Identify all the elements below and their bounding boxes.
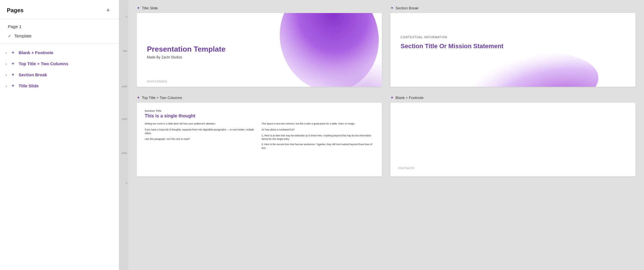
canvas-area: ✦ Title Slide	[128, 0, 644, 270]
ruler: 0 500 1000 1500 2000 0	[119, 0, 128, 270]
layout-item-section-break[interactable]: › ✦ Section Break	[0, 69, 119, 80]
slide-container-title: ✦ Title Slide	[137, 6, 382, 87]
expand-arrow-icon-4: ›	[6, 84, 7, 88]
slide-icon-twocol: ✦	[137, 95, 140, 100]
ruler-mark-2000: 2000	[121, 152, 127, 155]
expand-arrow-icon: ›	[6, 50, 7, 55]
slide-container-blank: ✦ Blank + Footnote FOOTNOTE	[390, 95, 635, 176]
drag-icon-section: ✦	[11, 72, 15, 77]
slide-container-section: ✦ Section Break	[390, 6, 635, 87]
title-slide-content: Presentation Template Made By Zacht Stud…	[137, 13, 382, 87]
slide-icon-title: ✦	[137, 6, 140, 10]
slide-label-blank: ✦ Blank + Footnote	[390, 95, 635, 100]
section-break-text: CONTEXTUAL INFORMATION Section Title Or …	[401, 22, 625, 50]
blank-footnote-content: FOOTNOTE	[390, 103, 635, 176]
sidebar-title: Pages	[7, 7, 24, 14]
check-icon: ✓	[8, 34, 11, 38]
slide-icon-section: ✦	[390, 6, 394, 10]
title-slide-title: Presentation Template	[147, 45, 372, 54]
section-break-card[interactable]: CONTEXTUAL INFORMATION Section Title Or …	[390, 13, 635, 87]
expand-arrow-icon-3: ›	[6, 73, 7, 77]
numbered-item-1: 1. Here is an item that may be extended …	[262, 134, 374, 141]
expand-arrow-icon-2: ›	[6, 62, 7, 66]
drag-icon-blank: ✦	[11, 50, 15, 55]
num-1: 1.	[262, 134, 264, 137]
ruler-mark-1000: 1000	[121, 85, 127, 88]
twocol-headline: This is a single thought	[145, 113, 374, 119]
twocol-section-label: Section Title	[145, 109, 374, 112]
twocol-col1-p2: If you have a long trail of thoughts, se…	[145, 128, 257, 135]
twocol-content: Section Title This is a single thought W…	[137, 103, 382, 176]
page1-label: Page 1	[8, 24, 22, 29]
slide-label-twocol: ✦ Top Title + Two Columns	[137, 95, 382, 100]
layout-item-title-slide[interactable]: › ✦ Title Slide	[0, 80, 119, 91]
ruler-mark-0: 0	[126, 15, 127, 18]
title-slide-subtitle: Made By Zacht Studios	[147, 55, 372, 59]
twocol-col2: This layout is two text columns, but thi…	[262, 122, 374, 152]
template-label: Template	[14, 33, 31, 38]
section-slide-label-text: Section Break	[395, 6, 418, 10]
slide-label-section: ✦ Section Break	[390, 6, 635, 10]
blank-slide-label-text: Blank + Footnote	[395, 96, 424, 100]
layout-label-blank-footnote: Blank + Footnote	[19, 50, 53, 55]
layout-list: › ✦ Blank + Footnote › ✦ Top Title + Two…	[0, 44, 119, 95]
sidebar: Pages + Page 1 ✓ Template › ✦ Blank + Fo…	[0, 0, 119, 270]
twocol-col2-question: Or how about a numbered list?	[262, 128, 374, 132]
main-area: 0 500 1000 1500 2000 0 ✦ Title Slide	[119, 0, 644, 270]
layout-item-blank-footnote[interactable]: › ✦ Blank + Footnote	[0, 47, 119, 58]
twocol-col2-intro: This layout is two text columns, but thi…	[262, 122, 374, 126]
twocol-col1-p1: Writing too much in a slide deck will lo…	[145, 122, 257, 126]
title-slide-text: Presentation Template Made By Zacht Stud…	[147, 22, 372, 59]
title-slide-footer: ZACHT.STUDIO	[147, 80, 167, 83]
layout-label-top-title: Top Title + Two Columns	[19, 61, 68, 66]
layout-item-top-title-two-columns[interactable]: › ✦ Top Title + Two Columns	[0, 58, 119, 69]
twocol-card[interactable]: Section Title This is a single thought W…	[137, 103, 382, 176]
svg-point-2	[470, 48, 601, 87]
num-2-text: Here is the second item that has two sen…	[262, 143, 372, 149]
add-page-button[interactable]: +	[104, 6, 112, 14]
twocol-body: Writing too much in a slide deck will lo…	[145, 122, 374, 152]
ruler-mark-1500: 1500	[121, 118, 127, 121]
num-1-text: Here is an item that may be extended up …	[262, 134, 371, 141]
ruler-mark-500: 500	[123, 50, 127, 52]
section-break-title: Section Title Or Mission Statement	[401, 42, 625, 50]
layout-label-section-break: Section Break	[19, 72, 47, 77]
layout-label-title-slide: Title Slide	[19, 83, 39, 88]
sidebar-item-page1[interactable]: Page 1	[0, 22, 119, 31]
section-context-label: CONTEXTUAL INFORMATION	[401, 36, 625, 39]
numbered-item-2: 2. Here is the second item that has two …	[262, 143, 374, 150]
drag-icon-two-col: ✦	[11, 61, 15, 66]
section-break-content: CONTEXTUAL INFORMATION Section Title Or …	[390, 13, 635, 87]
blank-footnote-text: FOOTNOTE	[398, 167, 628, 170]
section-blob-svg	[390, 46, 635, 87]
title-slide-label-text: Title Slide	[142, 6, 158, 10]
slide-container-twocol: ✦ Top Title + Two Columns Section Title …	[137, 95, 382, 176]
drag-icon-title: ✦	[11, 83, 15, 88]
ruler-mark-end: 0	[126, 182, 127, 184]
sidebar-item-template[interactable]: ✓ Template	[0, 31, 119, 41]
slide-label-title: ✦ Title Slide	[137, 6, 382, 10]
twocol-col1-p3: Like this paragraph. Isn't this nice to …	[145, 137, 257, 141]
sidebar-header: Pages +	[0, 0, 119, 19]
title-slide-card[interactable]: Presentation Template Made By Zacht Stud…	[137, 13, 382, 87]
twocol-col1: Writing too much in a slide deck will lo…	[145, 122, 257, 152]
pages-list: Page 1 ✓ Template	[0, 19, 119, 44]
blank-footnote-card[interactable]: FOOTNOTE	[390, 103, 635, 176]
twocol-slide-label-text: Top Title + Two Columns	[142, 96, 182, 100]
slide-icon-blank: ✦	[390, 95, 394, 100]
num-2: 2.	[262, 143, 264, 146]
